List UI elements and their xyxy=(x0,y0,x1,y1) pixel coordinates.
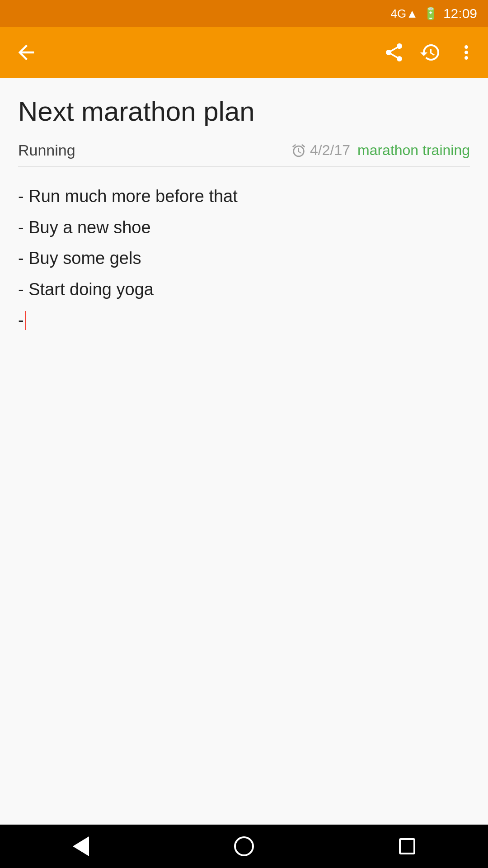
history-button[interactable] xyxy=(419,42,441,63)
nav-recent-button[interactable] xyxy=(399,838,415,854)
recent-square-icon xyxy=(399,838,415,854)
note-date-wrapper: 4/2/17 xyxy=(291,142,350,159)
note-body[interactable]: - Run much more before that - Buy a new … xyxy=(18,182,470,825)
note-content: Next marathon plan Running 4/2/17 marath… xyxy=(0,78,488,825)
status-bar: 4G▲ 🔋 12:09 xyxy=(0,0,488,27)
note-title[interactable]: Next marathon plan xyxy=(18,96,470,127)
list-item: - Run much more before that xyxy=(18,182,470,211)
back-triangle-icon xyxy=(73,836,89,856)
note-date[interactable]: 4/2/17 xyxy=(310,142,350,159)
list-item-active: - xyxy=(18,306,470,335)
text-cursor xyxy=(25,311,26,330)
note-meta-right: 4/2/17 marathon training xyxy=(291,142,470,159)
app-bar xyxy=(0,27,488,78)
divider xyxy=(18,166,470,167)
battery-icon: 🔋 xyxy=(423,7,438,21)
share-button[interactable] xyxy=(383,42,405,63)
time-display: 12:09 xyxy=(443,6,477,21)
network-indicator: 4G▲ xyxy=(391,7,418,21)
nav-back-button[interactable] xyxy=(73,836,89,856)
app-bar-actions xyxy=(383,42,477,63)
more-options-button[interactable] xyxy=(455,42,477,63)
list-item: - Start doing yoga xyxy=(18,275,470,304)
note-line-1: - Run much more before that xyxy=(18,182,238,211)
note-meta: Running 4/2/17 marathon training xyxy=(18,142,470,159)
note-tag[interactable]: marathon training xyxy=(357,142,470,159)
back-button[interactable] xyxy=(11,37,42,68)
note-category[interactable]: Running xyxy=(18,142,75,159)
list-item: - Buy some gels xyxy=(18,244,470,273)
nav-bar xyxy=(0,825,488,868)
note-line-2: - Buy a new shoe xyxy=(18,213,151,242)
nav-home-button[interactable] xyxy=(234,836,254,856)
list-item: - Buy a new shoe xyxy=(18,213,470,242)
note-line-4: - Start doing yoga xyxy=(18,275,154,304)
note-line-5: - xyxy=(18,306,24,335)
note-line-3: - Buy some gels xyxy=(18,244,141,273)
home-circle-icon xyxy=(234,836,254,856)
